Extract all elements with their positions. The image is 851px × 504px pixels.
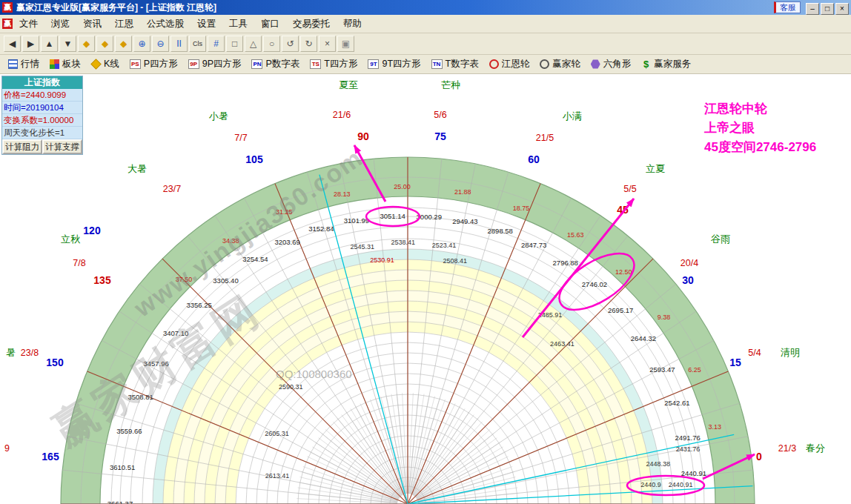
back-button[interactable]: ◀ <box>4 36 21 52</box>
rotate-right-button[interactable]: ↻ <box>300 36 317 52</box>
wheel-inner-label: 2530.91 <box>370 256 394 264</box>
wheel-fraction-label: 3.13 <box>709 423 722 431</box>
wheel-inner-label: 2545.31 <box>351 243 375 251</box>
view-p-table-button[interactable]: PNP数字表 <box>246 56 305 72</box>
wheel-price-label: 2796.88 <box>553 259 578 267</box>
view-quotes-button[interactable]: 行情 <box>3 56 44 72</box>
diamond-3-button[interactable]: ◆ <box>115 36 132 52</box>
diamond-1-button[interactable]: ◆ <box>78 36 95 52</box>
menu-bar: 赢 文件浏览资讯江恩公式选股设置工具窗口交易委托帮助 <box>0 15 851 33</box>
view-winner-wheel-button[interactable]: 赢家轮 <box>534 56 586 72</box>
comment-button[interactable]: ▣ <box>337 36 354 52</box>
menu-item-文件[interactable]: 文件 <box>13 16 44 33</box>
view-t-table-button[interactable]: TNT数字表 <box>426 56 484 72</box>
wheel-inner-label: 2440.91 <box>669 481 693 488</box>
view-label: 板块 <box>62 58 81 70</box>
panel-button-计算阻力[interactable]: 计算阻力 <box>2 139 42 154</box>
wheel-degree-label: 75 <box>434 130 446 142</box>
wheel-degree-label: 15 <box>729 357 741 368</box>
wheel-inner-label: 2463.41 <box>550 340 574 348</box>
wheel-inner-label: 2440.9 <box>640 481 661 488</box>
menu-item-窗口[interactable]: 窗口 <box>254 16 286 33</box>
forward-button[interactable]: ▶ <box>22 36 39 52</box>
diamond-2-button[interactable]: ◆ <box>96 36 113 52</box>
menu-item-资讯[interactable]: 资讯 <box>76 16 108 33</box>
view-label: 9P四方形 <box>202 58 242 70</box>
view-hexagon-button[interactable]: 六角形 <box>586 56 637 72</box>
view-9t-square-button[interactable]: 9T9T四方形 <box>362 56 426 72</box>
wheel-inner-label: 2590.31 <box>279 383 303 391</box>
menu-bar-items: 文件浏览资讯江恩公式选股设置工具窗口交易委托帮助 <box>13 16 368 33</box>
date-label: 5/4 <box>748 348 761 358</box>
menu-item-设置[interactable]: 设置 <box>191 16 222 33</box>
shape-triangle-button[interactable]: △ <box>245 36 262 52</box>
wheel-fraction-label: 9.38 <box>658 314 671 321</box>
winner-service-icon: $ <box>641 59 651 69</box>
wheel-degree-label: 150 <box>46 357 64 368</box>
wheel-price-label: 2746.02 <box>582 280 607 288</box>
date-label: 21/5 <box>536 133 554 143</box>
view-sectors-button[interactable]: 板块 <box>44 56 86 72</box>
annotation-text: 上帝之眼 <box>703 120 755 135</box>
menu-item-浏览[interactable]: 浏览 <box>44 16 76 33</box>
menu-item-帮助[interactable]: 帮助 <box>337 16 368 33</box>
wheel-fraction-label: 28.13 <box>334 190 351 198</box>
p-table-icon: PN <box>251 59 262 69</box>
toolbar-views: 行情板块K线PSP四方形9P9P四方形PNP数字表TST四方形9T9T四方形TN… <box>0 55 851 74</box>
wheel-degree-label: 30 <box>682 274 694 286</box>
cls-button[interactable]: Cls <box>189 36 206 52</box>
wheel-degree-label: 120 <box>83 225 101 236</box>
view-p-square-button[interactable]: PSP四方形 <box>125 56 183 72</box>
minimize-button[interactable]: – <box>806 3 819 15</box>
wheel-price-label: 2695.17 <box>608 306 633 314</box>
wheel-fraction-label: 34.38 <box>222 237 239 245</box>
panel-button-计算支撑[interactable]: 计算支撑 <box>42 139 82 154</box>
view-winner-service-button[interactable]: $赢家服务 <box>636 56 696 72</box>
menu-item-江恩[interactable]: 江恩 <box>108 16 140 33</box>
panel-row: 价格=2440.9099 <box>2 89 82 102</box>
menu-item-工具[interactable]: 工具 <box>222 16 254 33</box>
winner-wheel-icon <box>540 59 549 69</box>
wheel-inner-label: 2508.41 <box>443 257 467 265</box>
wheel-fraction-label: 37.50 <box>176 276 193 283</box>
maximize-button[interactable]: □ <box>821 3 834 15</box>
menu-item-交易委托[interactable]: 交易委托 <box>286 16 337 33</box>
wheel-inner-label: 2538.41 <box>391 239 416 246</box>
wheel-fraction-label: 12.50 <box>615 268 632 276</box>
gann-wheel-icon <box>489 59 499 69</box>
shape-circle-button[interactable]: ○ <box>263 36 280 52</box>
close-button[interactable]: × <box>835 3 849 15</box>
view-label: 行情 <box>21 58 39 70</box>
rotate-left-button[interactable]: ↺ <box>282 36 299 52</box>
wheel-fraction-label: 21.88 <box>454 188 471 196</box>
scroll-down-button[interactable]: ▼ <box>59 36 76 52</box>
wheel-price-label: 2440.91 <box>681 469 706 477</box>
solar-term-label: 夏至 <box>339 79 358 90</box>
gann-wheel-canvas[interactable]: 2440.912491.762542.612593.472644.322695.… <box>0 74 851 504</box>
t-table-icon: TN <box>431 59 443 69</box>
title-bar: 赢 赢家江恩专业版[赢家服务平台] - [上证指数 江恩轮] 客服 –□× <box>0 0 851 15</box>
zoom-out-button[interactable]: ⊖ <box>152 36 169 52</box>
view-kline-button[interactable]: K线 <box>86 56 125 72</box>
wheel-inner-label: 2448.38 <box>646 460 671 468</box>
grid-toggle-button[interactable]: # <box>208 36 225 52</box>
delete-button[interactable]: × <box>319 36 336 52</box>
view-t-square-button[interactable]: TST四方形 <box>305 56 362 72</box>
view-label: 六角形 <box>603 58 632 70</box>
solar-term-label: 春分 <box>806 442 825 454</box>
index-info-panel: 上证指数 价格=2440.9099时间=20190104变换系数=1.00000… <box>1 76 83 155</box>
support-button[interactable]: 客服 <box>774 1 801 13</box>
view-label: 赢家服务 <box>654 58 691 70</box>
zoom-in-button[interactable]: ⊕ <box>133 36 150 52</box>
date-label: 23/8 <box>21 348 39 358</box>
scroll-up-button[interactable]: ▲ <box>41 36 58 52</box>
menu-item-公式选股[interactable]: 公式选股 <box>140 16 191 33</box>
panel-row: 时间=20190104 <box>2 102 82 114</box>
gann-tool-button[interactable]: II <box>170 36 188 52</box>
wheel-price-label: 3254.54 <box>242 255 268 263</box>
shape-square-button[interactable]: □ <box>226 36 243 52</box>
view-label: T数字表 <box>446 58 479 70</box>
view-9p-square-button[interactable]: 9P9P四方形 <box>183 56 247 72</box>
wheel-price-label: 3661.37 <box>107 500 133 504</box>
view-gann-wheel-button[interactable]: 江恩轮 <box>484 56 535 72</box>
